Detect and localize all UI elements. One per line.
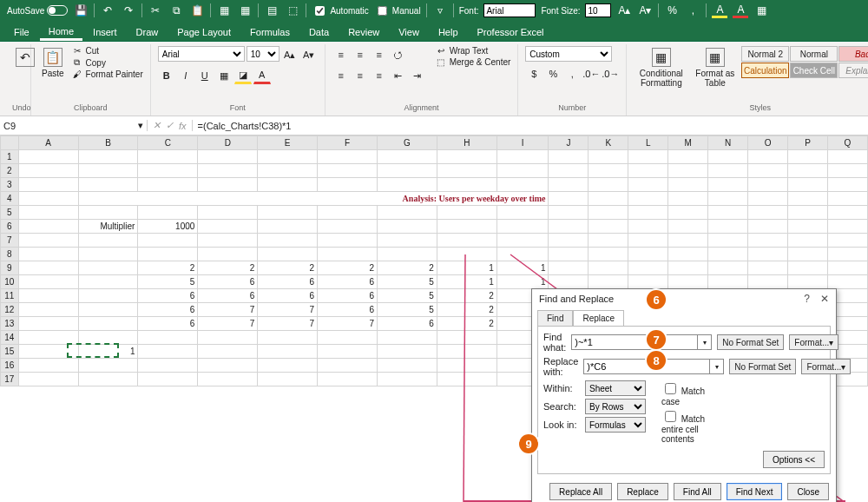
cell-H9[interactable]: 1 xyxy=(437,261,496,275)
tab-page-layout[interactable]: Page Layout xyxy=(168,23,240,41)
cell-F8[interactable]: Thursday xyxy=(318,248,378,261)
find-tab[interactable]: Find xyxy=(537,310,573,326)
font-size-select[interactable]: 10 xyxy=(247,46,279,62)
cell-N6[interactable] xyxy=(708,220,748,234)
match-entire-checkbox[interactable]: Match entire cell contents xyxy=(661,408,717,444)
row-header-13[interactable]: 13 xyxy=(1,317,19,331)
row-header-15[interactable]: 15 xyxy=(1,345,19,359)
filter-icon[interactable]: ▿ xyxy=(432,3,448,18)
cell-C10[interactable]: 5 xyxy=(138,275,198,289)
replace-button[interactable]: Replace xyxy=(617,483,668,500)
style-normal[interactable]: Normal xyxy=(790,46,838,62)
replace-all-button[interactable]: Replace All xyxy=(549,483,612,500)
select-all-corner[interactable] xyxy=(1,136,19,150)
cell-M9[interactable] xyxy=(668,261,708,275)
replace-tab[interactable]: Replace xyxy=(573,310,624,326)
cell-A3[interactable] xyxy=(18,178,78,192)
percent-button[interactable]: % xyxy=(544,65,562,83)
cell-L6[interactable] xyxy=(628,220,668,234)
cell-G17[interactable] xyxy=(378,373,437,386)
cell-E16[interactable] xyxy=(258,359,318,373)
cell-L7[interactable] xyxy=(628,234,668,248)
row-header-10[interactable]: 10 xyxy=(1,275,19,289)
cell-H1[interactable] xyxy=(437,150,496,164)
cell-N9[interactable] xyxy=(708,261,748,275)
row-header-17[interactable]: 17 xyxy=(1,373,19,386)
cell-G10[interactable]: 5 xyxy=(378,275,437,289)
cell-F9[interactable]: 2 xyxy=(318,261,378,275)
cell-K4[interactable] xyxy=(589,192,628,206)
cell-E13[interactable]: 7 xyxy=(258,317,318,331)
cell-A1[interactable] xyxy=(18,150,78,164)
row-header-8[interactable]: 8 xyxy=(1,248,19,261)
cell-G6[interactable] xyxy=(378,220,437,234)
col-header-I[interactable]: I xyxy=(496,136,549,150)
cell-B5[interactable] xyxy=(78,206,138,220)
cell-N7[interactable] xyxy=(708,234,748,248)
copy-button[interactable]: ⧉Copy xyxy=(71,57,143,68)
qat-fontsize-input[interactable] xyxy=(585,3,611,17)
cell-A7[interactable] xyxy=(18,234,78,248)
row-header-14[interactable]: 14 xyxy=(1,331,19,345)
cell-N2[interactable] xyxy=(708,164,748,178)
col-header-O[interactable]: O xyxy=(748,136,788,150)
cell-M10[interactable] xyxy=(668,275,708,289)
cell-J8[interactable] xyxy=(549,248,589,261)
cell-E17[interactable] xyxy=(258,373,318,386)
row-header-11[interactable]: 11 xyxy=(1,289,19,303)
col-header-A[interactable]: A xyxy=(18,136,78,150)
cell-I9[interactable]: 1 xyxy=(496,261,549,275)
cut-icon[interactable]: ✂ xyxy=(148,3,163,18)
search-select[interactable]: By Rows xyxy=(585,399,646,414)
cell-M4[interactable] xyxy=(668,192,708,206)
cell-Q10[interactable] xyxy=(827,275,867,289)
close-button[interactable]: Close xyxy=(787,483,829,500)
cell-H11[interactable]: 2 xyxy=(437,289,496,303)
cell-D5[interactable] xyxy=(198,206,258,220)
cell-I3[interactable] xyxy=(496,178,549,192)
tab-professor-excel[interactable]: Professor Excel xyxy=(469,23,553,41)
fill-color-icon[interactable]: ▦ xyxy=(216,3,232,18)
cancel-icon[interactable]: ✕ xyxy=(153,120,161,131)
qat-font-input[interactable] xyxy=(483,3,536,17)
cell-E9[interactable]: 2 xyxy=(258,261,318,275)
row-header-2[interactable]: 2 xyxy=(1,164,19,178)
cell-E2[interactable] xyxy=(258,164,318,178)
cell-M8[interactable] xyxy=(668,248,708,261)
tab-data[interactable]: Data xyxy=(300,23,338,41)
col-header-B[interactable]: B xyxy=(78,136,138,150)
find-all-button[interactable]: Find All xyxy=(674,483,721,500)
comma-button[interactable]: , xyxy=(563,65,581,83)
cell-P2[interactable] xyxy=(788,164,828,178)
col-header-Q[interactable]: Q xyxy=(827,136,867,150)
cell-N10[interactable] xyxy=(708,275,748,289)
cell-E12[interactable]: 7 xyxy=(258,303,318,317)
cell-A5[interactable] xyxy=(18,206,78,220)
cell-E15[interactable] xyxy=(258,345,318,359)
col-header-F[interactable]: F xyxy=(318,136,378,150)
cell-B17[interactable] xyxy=(78,373,138,386)
cell-P5[interactable] xyxy=(788,206,828,220)
col-header-J[interactable]: J xyxy=(549,136,589,150)
format-as-table-button[interactable]: ▦Format as Table xyxy=(692,46,738,89)
cell-G9[interactable]: 2 xyxy=(378,261,437,275)
cell-A11[interactable] xyxy=(18,289,78,303)
manual-checkbox[interactable] xyxy=(378,6,387,16)
cell-N3[interactable] xyxy=(708,178,748,192)
cell-D17[interactable] xyxy=(198,373,258,386)
cell-J9[interactable] xyxy=(549,261,589,275)
cell-E3[interactable] xyxy=(258,178,318,192)
redo-icon[interactable]: ↷ xyxy=(121,3,136,18)
cell-K2[interactable] xyxy=(589,164,628,178)
cell-J7[interactable] xyxy=(549,234,589,248)
tab-review[interactable]: Review xyxy=(339,23,388,41)
cell-K10[interactable] xyxy=(589,275,628,289)
tab-formulas[interactable]: Formulas xyxy=(241,23,299,41)
cell-P9[interactable] xyxy=(788,261,828,275)
cell-H15[interactable] xyxy=(437,345,496,359)
save-icon[interactable]: 💾 xyxy=(73,3,89,18)
cell-A16[interactable] xyxy=(18,359,78,373)
autosave-toggle[interactable]: AutoSave xyxy=(7,5,68,16)
cell-C5[interactable] xyxy=(138,206,198,220)
find-format-button[interactable]: Format... ▾ xyxy=(789,334,838,350)
